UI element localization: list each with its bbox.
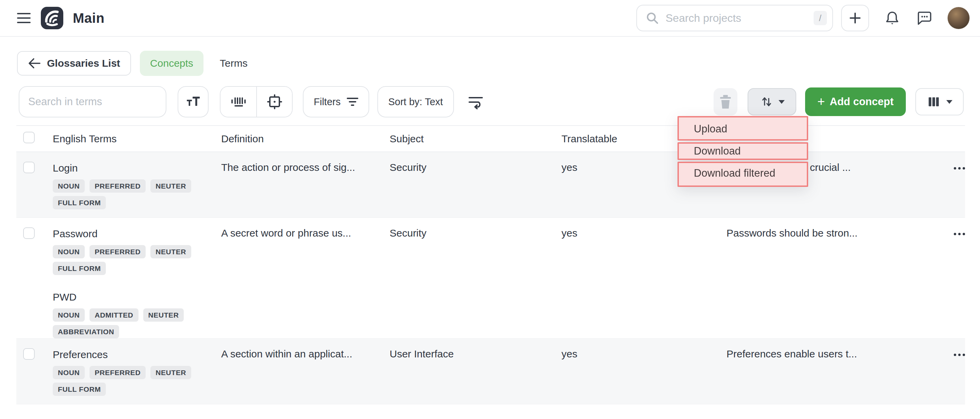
match-mode-button-group	[220, 86, 293, 118]
term-text[interactable]: Password	[53, 227, 221, 240]
row-actions-button[interactable]	[954, 227, 965, 240]
chat-bubble-icon	[915, 10, 932, 27]
columns-icon	[927, 95, 941, 109]
badge-term-type: FULL FORM	[53, 382, 106, 396]
badge-term-type: FULL FORM	[53, 262, 106, 275]
row-checkbox[interactable]	[23, 227, 35, 239]
table-row: Login NOUN PREFERRED NEUTER FULL FORM Th…	[16, 152, 965, 218]
user-avatar[interactable]	[947, 7, 970, 29]
delete-selected-button[interactable]	[714, 88, 737, 115]
badge-term-type: FULL FORM	[53, 196, 106, 209]
up-down-arrows-icon	[759, 95, 774, 109]
filters-label: Filters	[314, 96, 340, 108]
tab-terms[interactable]: Terms	[212, 51, 255, 76]
create-new-button[interactable]	[841, 5, 869, 31]
search-icon	[645, 11, 659, 25]
term-badges: FULL FORM	[53, 382, 221, 396]
term-badges: NOUN PREFERRED NEUTER	[53, 366, 221, 379]
cell-definition: A section within an applicat...	[221, 339, 390, 404]
term-badges: ABBREVIATION	[53, 325, 221, 338]
concepts-toolbar: Filters Sort by: Text	[19, 86, 964, 118]
search-shortcut-key: /	[814, 11, 827, 25]
badge-status: ADMITTED	[89, 308, 138, 322]
glossary-concepts-page: Main /	[0, 0, 980, 419]
term-block: PWD NOUN ADMITTED NEUTER ABBREVIATION	[53, 291, 221, 338]
cell-subject: User Interface	[390, 339, 562, 404]
glossary-subnav: Glossaries List Concepts Terms	[17, 51, 255, 76]
back-to-glossaries-button[interactable]: Glossaries List	[17, 51, 131, 76]
term-badges: FULL FORM	[53, 196, 221, 209]
hamburger-menu-icon[interactable]	[17, 13, 30, 23]
exact-match-button[interactable]	[256, 87, 292, 117]
plus-icon: +	[817, 95, 825, 108]
concepts-table: English Terms Definition Subject Transla…	[16, 125, 965, 405]
menu-item-download-filtered[interactable]: Download filtered	[678, 162, 808, 187]
import-export-dropdown-menu: Upload Download Download filtered	[678, 116, 808, 187]
filter-icon	[347, 97, 358, 106]
page-title: Main	[73, 11, 105, 26]
match-case-button[interactable]	[178, 86, 208, 118]
import-export-dropdown-button[interactable]	[748, 88, 796, 115]
chevron-down-icon	[778, 100, 785, 104]
term-block: Password NOUN PREFERRED NEUTER FULL FORM	[53, 227, 221, 275]
cell-subject: Security	[390, 218, 562, 338]
columns-dropdown-button[interactable]	[915, 88, 964, 115]
header-subject: Subject	[390, 133, 562, 145]
wrap-lines-button[interactable]	[467, 94, 484, 109]
chevron-down-icon	[946, 100, 953, 104]
whole-phrase-icon	[231, 95, 247, 108]
term-block: Login NOUN PREFERRED NEUTER FULL FORM	[53, 162, 221, 209]
table-row: Preferences NOUN PREFERRED NEUTER FULL F…	[16, 339, 965, 405]
badge-part-of-speech: NOUN	[53, 179, 85, 193]
crowdin-logo[interactable]	[41, 7, 63, 29]
match-case-icon	[186, 96, 200, 108]
tab-terms-label: Terms	[220, 57, 248, 69]
search-in-terms-input[interactable]	[28, 96, 157, 108]
table-row: Password NOUN PREFERRED NEUTER FULL FORM…	[16, 218, 965, 339]
trash-icon	[719, 94, 732, 109]
term-text[interactable]: Login	[53, 162, 221, 175]
wrap-text-icon	[467, 94, 484, 109]
search-projects-input[interactable]	[666, 12, 814, 24]
cell-definition: A secret word or phrase us...	[221, 218, 390, 338]
badge-gender: NEUTER	[143, 308, 184, 322]
term-badges: NOUN PREFERRED NEUTER	[53, 179, 221, 193]
row-actions-button[interactable]	[954, 348, 965, 361]
tab-concepts[interactable]: Concepts	[140, 51, 204, 76]
menu-item-download[interactable]: Download	[678, 142, 808, 160]
table-header-row: English Terms Definition Subject Transla…	[16, 125, 965, 152]
sort-by-button[interactable]: Sort by: Text	[377, 86, 454, 118]
match-whole-phrase-button[interactable]	[221, 87, 256, 117]
notifications-button[interactable]	[884, 10, 900, 26]
project-search-box: /	[636, 5, 833, 31]
tab-concepts-label: Concepts	[150, 57, 193, 69]
cell-definition: The action or process of sig...	[221, 152, 390, 218]
term-text[interactable]: Preferences	[53, 348, 221, 361]
arrow-left-icon	[28, 57, 41, 69]
badge-status: PREFERRED	[89, 366, 146, 379]
row-actions-button[interactable]	[954, 162, 965, 175]
term-badges: NOUN PREFERRED NEUTER	[53, 245, 221, 258]
term-block: Preferences NOUN PREFERRED NEUTER FULL F…	[53, 348, 221, 396]
row-checkbox[interactable]	[23, 162, 35, 173]
term-badges: FULL FORM	[53, 262, 221, 275]
sort-by-label: Sort by: Text	[388, 96, 443, 108]
term-text[interactable]: PWD	[53, 291, 221, 304]
menu-item-upload[interactable]: Upload	[678, 116, 808, 140]
messages-button[interactable]	[915, 10, 932, 27]
badge-status: PREFERRED	[89, 179, 146, 193]
term-badges: NOUN ADMITTED NEUTER	[53, 308, 221, 322]
filters-button[interactable]: Filters	[303, 86, 369, 118]
select-all-checkbox[interactable]	[23, 132, 35, 143]
badge-part-of-speech: NOUN	[53, 308, 85, 322]
cell-translatable: yes	[562, 218, 727, 338]
badge-gender: NEUTER	[150, 245, 191, 258]
header-english-terms: English Terms	[53, 133, 221, 145]
badge-gender: NEUTER	[150, 179, 191, 193]
back-button-label: Glossaries List	[47, 57, 120, 69]
row-checkbox[interactable]	[23, 348, 35, 360]
add-concept-button[interactable]: + Add concept	[805, 88, 906, 116]
terms-search-box	[19, 86, 166, 118]
badge-term-type: ABBREVIATION	[53, 325, 119, 338]
badge-part-of-speech: NOUN	[53, 366, 85, 379]
